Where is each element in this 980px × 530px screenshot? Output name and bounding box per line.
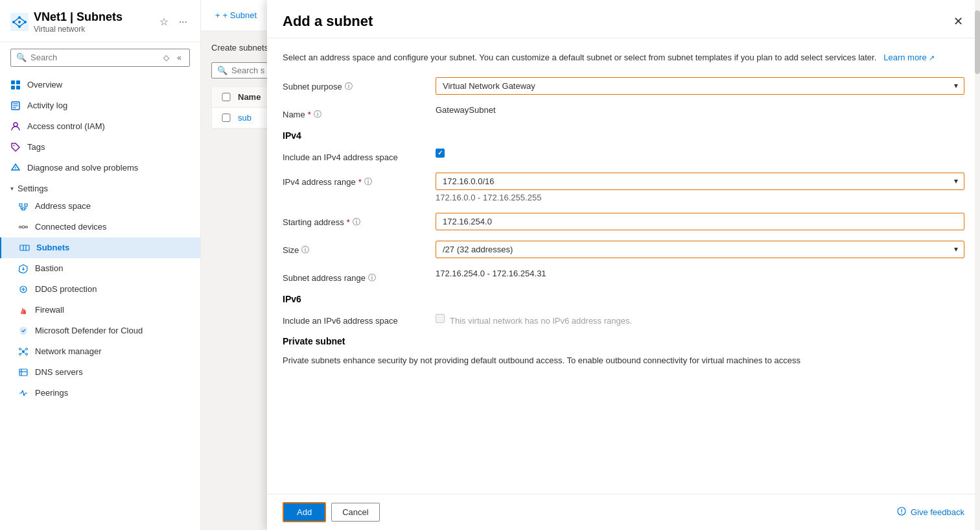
ipv4-range-info-icon[interactable]: ⓘ xyxy=(364,176,372,187)
sidebar-item-bastion[interactable]: Bastion xyxy=(0,258,200,279)
subnet-purpose-label: Subnet purpose ⓘ xyxy=(283,77,425,92)
table-row-checkbox[interactable] xyxy=(220,114,233,122)
sidebar-item-network-manager[interactable]: Network manager xyxy=(0,341,200,362)
ipv4-range-label: IPv4 address range * ⓘ xyxy=(283,173,425,187)
subnet-purpose-info-icon[interactable]: ⓘ xyxy=(345,81,353,92)
sidebar-item-subnets[interactable]: Subnets xyxy=(0,237,200,258)
sidebar-item-label: Peerings xyxy=(35,388,68,398)
starting-address-info-icon[interactable]: ⓘ xyxy=(353,217,360,228)
name-info-icon[interactable]: ⓘ xyxy=(314,109,321,120)
include-ipv4-checkbox-row xyxy=(436,149,964,158)
sidebar-item-label: Firewall xyxy=(35,305,64,315)
list-search-icon: 🔍 xyxy=(217,66,228,75)
diagnose-icon xyxy=(10,163,21,173)
vnet-icon xyxy=(10,13,29,31)
svg-rect-7 xyxy=(16,80,20,84)
ipv4-range-subtext: 172.16.0.0 - 172.16.255.255 xyxy=(436,193,964,202)
include-ipv4-checkbox[interactable] xyxy=(436,149,445,158)
include-ipv6-row: Include an IPv6 address space This virtu… xyxy=(283,312,964,326)
panel-scrollbar-track xyxy=(975,0,980,530)
peerings-icon xyxy=(18,388,29,398)
panel-close-button[interactable]: ✕ xyxy=(952,13,964,30)
more-options-button[interactable]: ··· xyxy=(176,15,190,29)
sidebar-item-ddos[interactable]: DDoS protection xyxy=(0,279,200,300)
plus-icon: + xyxy=(215,10,220,20)
tags-icon xyxy=(10,142,21,152)
sidebar-item-peerings[interactable]: Peerings xyxy=(0,383,200,404)
sidebar-item-overview[interactable]: Overview xyxy=(0,75,200,95)
sidebar-item-connected-devices[interactable]: Connected devices xyxy=(0,217,200,237)
sidebar-item-label: Activity log xyxy=(27,101,67,110)
svg-line-37 xyxy=(25,349,26,350)
feedback-link[interactable]: Give feedback xyxy=(896,506,964,518)
sidebar-nav: Overview Activity log Access control (IA… xyxy=(0,72,200,530)
feedback-icon xyxy=(896,506,907,518)
settings-section-header[interactable]: ▾ Settings xyxy=(0,178,200,196)
subnet-address-range-info-icon[interactable]: ⓘ xyxy=(368,272,376,283)
cancel-button[interactable]: Cancel xyxy=(331,503,379,522)
svg-rect-8 xyxy=(11,86,15,90)
svg-rect-27 xyxy=(20,245,29,250)
add-button[interactable]: Add xyxy=(283,502,326,522)
firewall-icon xyxy=(18,305,29,315)
name-static-value: GatewaySubnet xyxy=(436,101,496,115)
ipv6-disabled-text: This virtual network has no IPv6 address… xyxy=(450,312,632,326)
address-space-icon xyxy=(18,201,29,211)
include-ipv4-label: Include an IPv4 address space xyxy=(283,149,425,162)
subnet-purpose-select-wrapper: Virtual Network Gateway ▾ xyxy=(436,77,964,95)
ipv4-range-row: IPv4 address range * ⓘ 172.16.0.0/16 ▾ 1… xyxy=(283,173,964,202)
bastion-icon xyxy=(18,263,29,274)
size-select[interactable]: /27 (32 addresses) xyxy=(436,241,964,258)
favorite-button[interactable]: ☆ xyxy=(157,14,171,29)
size-row: Size ⓘ /27 (32 addresses) ▾ xyxy=(283,241,964,258)
size-label: Size ⓘ xyxy=(283,241,425,256)
search-actions: ◇ « xyxy=(161,52,184,64)
ipv4-section-title: IPv4 xyxy=(283,130,964,141)
svg-point-35 xyxy=(26,353,28,355)
panel-scrollbar-thumb[interactable] xyxy=(975,10,980,74)
sidebar-item-dns-servers[interactable]: DNS servers xyxy=(0,362,200,383)
svg-point-34 xyxy=(19,353,21,355)
sidebar-item-access-control[interactable]: Access control (IAM) xyxy=(0,116,200,137)
resource-type: Virtual network xyxy=(34,25,122,34)
svg-line-38 xyxy=(21,352,23,354)
subnet-address-range-row: Subnet address range ⓘ 172.16.254.0 - 17… xyxy=(283,269,964,283)
sidebar-item-tags[interactable]: Tags xyxy=(0,137,200,158)
ddos-icon xyxy=(18,284,29,295)
svg-point-4 xyxy=(18,16,21,19)
size-info-icon[interactable]: ⓘ xyxy=(301,245,309,256)
ipv4-range-select[interactable]: 172.16.0.0/16 xyxy=(436,173,964,190)
sidebar-item-address-space[interactable]: Address space xyxy=(0,196,200,217)
private-subnet-description: Private subnets enhance security by not … xyxy=(283,354,964,367)
subnets-icon xyxy=(19,243,30,253)
sidebar-title-actions: ☆ ··· xyxy=(157,14,190,29)
defender-icon xyxy=(18,326,29,336)
sidebar-item-label: Diagnose and solve problems xyxy=(27,163,138,173)
sidebar-item-activity-log[interactable]: Activity log xyxy=(0,95,200,116)
starting-address-input[interactable] xyxy=(436,213,964,230)
sidebar-item-diagnose[interactable]: Diagnose and solve problems xyxy=(0,158,200,178)
panel-footer: Add Cancel Give feedback xyxy=(267,494,980,530)
add-subnet-button[interactable]: + + Subnet xyxy=(211,8,261,23)
include-ipv6-checkbox[interactable] xyxy=(436,314,445,323)
sidebar-item-label: Tags xyxy=(27,142,45,152)
learn-more-link[interactable]: Learn more ↗ xyxy=(881,53,935,62)
subnet-name-link[interactable]: sub xyxy=(238,113,251,123)
sidebar-item-firewall[interactable]: Firewall xyxy=(0,300,200,320)
pin-icon[interactable]: ◇ xyxy=(161,52,172,64)
name-control: GatewaySubnet xyxy=(436,105,964,115)
name-row: Name * ⓘ GatewaySubnet xyxy=(283,105,964,120)
svg-point-17 xyxy=(15,169,16,171)
search-icon: 🔍 xyxy=(16,53,27,62)
subnet-purpose-select[interactable]: Virtual Network Gateway xyxy=(436,77,964,95)
sidebar-item-defender[interactable]: Microsoft Defender for Cloud xyxy=(0,320,200,341)
sidebar-title-group: VNet1 | Subnets Virtual network xyxy=(34,10,122,34)
feedback-label: Give feedback xyxy=(911,507,964,517)
table-header-checkbox[interactable] xyxy=(220,93,233,101)
add-subnet-label: + Subnet xyxy=(223,10,257,20)
svg-point-5 xyxy=(18,25,21,28)
subnet-address-range-control: 172.16.254.0 - 172.16.254.31 xyxy=(436,269,964,278)
search-input[interactable] xyxy=(30,53,157,62)
ipv6-section: IPv6 Include an IPv6 address space This … xyxy=(283,294,964,326)
collapse-sidebar-button[interactable]: « xyxy=(174,52,184,64)
